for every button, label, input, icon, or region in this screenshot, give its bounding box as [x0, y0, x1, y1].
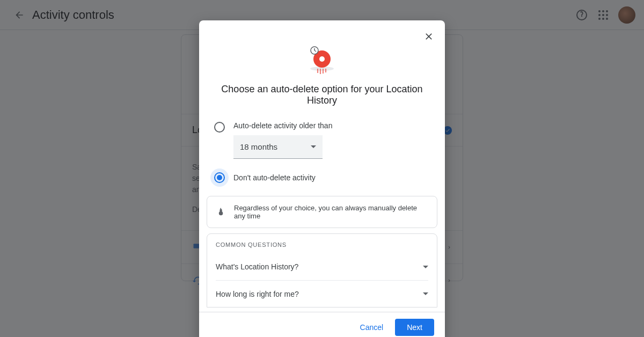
chevron-down-icon: [423, 266, 428, 268]
svg-point-12: [319, 56, 325, 62]
info-text: Regardless of your choice, you can alway…: [234, 204, 428, 220]
info-callout: Regardless of your choice, you can alway…: [207, 196, 437, 228]
auto-delete-dialog: Choose an auto-delete option for your Lo…: [199, 20, 445, 337]
duration-select[interactable]: 18 months: [233, 135, 323, 159]
option-label: Don't auto-delete activity: [233, 173, 316, 182]
cancel-button[interactable]: Cancel: [354, 319, 390, 336]
radio-auto-delete[interactable]: [214, 122, 225, 133]
dialog-hero-illustration: [199, 44, 445, 74]
modal-overlay: Choose an auto-delete option for your Lo…: [0, 0, 644, 337]
dialog-title: Choose an auto-delete option for your Lo…: [199, 74, 445, 121]
select-value: 18 months: [240, 142, 277, 151]
faq-section: Common questions What's Location History…: [207, 233, 437, 307]
close-icon: [423, 31, 434, 42]
dialog-actions: Cancel Next: [199, 312, 445, 337]
faq-heading: Common questions: [216, 241, 428, 248]
touch-icon: [216, 207, 226, 217]
option-label: Auto-delete activity older than: [233, 121, 332, 130]
faq-question: What's Location History?: [216, 262, 298, 271]
faq-question: How long is right for me?: [216, 290, 299, 298]
faq-item[interactable]: What's Location History?: [216, 253, 428, 280]
next-button[interactable]: Next: [395, 319, 434, 336]
faq-item[interactable]: How long is right for me?: [216, 280, 428, 307]
radio-dont-auto-delete[interactable]: [214, 172, 225, 183]
chevron-down-icon: [311, 145, 316, 148]
chevron-down-icon: [423, 292, 428, 295]
